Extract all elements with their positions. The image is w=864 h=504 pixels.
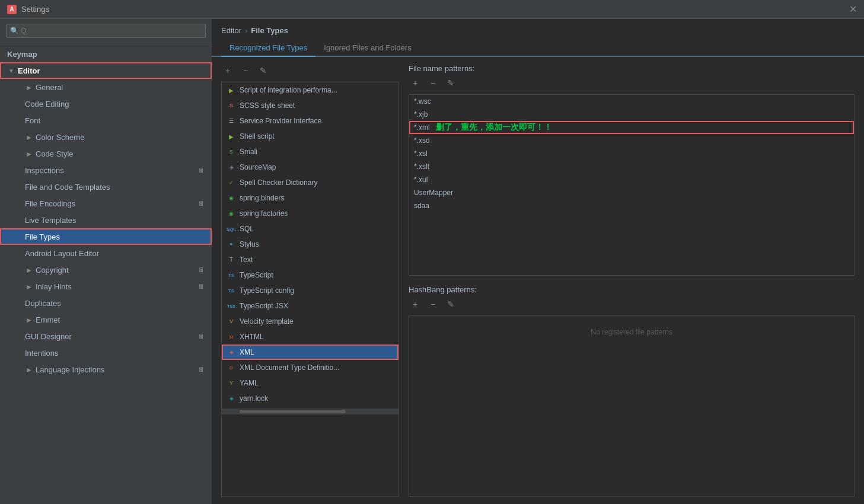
patterns-remove-button[interactable]: −	[426, 76, 439, 90]
sidebar-item-inspections[interactable]: Inspections 🖩	[0, 162, 212, 178]
copyright-badge: 🖩	[198, 266, 205, 273]
general-label: General	[36, 83, 63, 92]
breadcrumb-current: File Types	[251, 26, 288, 35]
sidebar-item-code-style[interactable]: ▶ Code Style	[0, 145, 212, 162]
file-icon-spring-binders: ◉	[227, 193, 236, 203]
sidebar-item-keymap[interactable]: Keymap	[0, 46, 212, 62]
tabs-bar: Recognized File Types Ignored Files and …	[212, 40, 864, 57]
code-style-label: Code Style	[36, 149, 74, 158]
file-item-xml[interactable]: ◈ XML	[222, 344, 398, 360]
file-item-sourcemap[interactable]: ◈ SourceMap	[222, 160, 398, 175]
pattern-wsc[interactable]: *.wsc	[409, 95, 854, 108]
file-item-scss[interactable]: S SCSS style sheet	[222, 98, 398, 113]
code-editing-label: Code Editing	[25, 100, 69, 109]
pattern-xsd[interactable]: *.xsd	[409, 134, 854, 147]
horizontal-scrollbar[interactable]	[222, 409, 398, 414]
sidebar-item-color-scheme[interactable]: ▶ Color Scheme	[0, 129, 212, 145]
file-item-xhtml[interactable]: H XHTML	[222, 329, 398, 344]
file-types-label: File Types	[25, 232, 60, 241]
file-item-shell-script[interactable]: ▶ Shell script	[222, 129, 398, 144]
sidebar-item-general[interactable]: ▶ General	[0, 79, 212, 95]
hashbang-edit-button[interactable]: ✎	[444, 298, 457, 311]
file-item-typescript-jsx[interactable]: TSX TypeScript JSX	[222, 298, 398, 314]
sidebar-item-gui-designer[interactable]: GUI Designer 🖩	[0, 328, 212, 344]
sidebar-item-file-types[interactable]: File Types	[0, 228, 212, 245]
tab-recognized[interactable]: Recognized File Types	[221, 40, 315, 57]
sidebar-item-intentions[interactable]: Intentions	[0, 344, 212, 361]
file-item-script-integration[interactable]: ▶ Script of integration performa...	[222, 82, 398, 98]
sidebar-item-android-layout-editor[interactable]: Android Layout Editor	[0, 245, 212, 261]
expand-arrow-copyright: ▶	[25, 266, 33, 274]
file-item-service-provider[interactable]: ☰ Service Provider Interface	[222, 113, 398, 129]
close-button[interactable]: ✕	[849, 4, 857, 15]
annotation-delete: 删了，重先，添加一次即可！！	[436, 122, 552, 133]
breadcrumb: Editor › File Types	[212, 19, 864, 40]
file-list-remove-button[interactable]: −	[239, 64, 252, 77]
editor-label: Editor	[18, 66, 40, 75]
font-label: Font	[25, 116, 40, 125]
pattern-sdaa[interactable]: sdaa	[409, 199, 854, 212]
file-item-xml-dtd[interactable]: D XML Document Type Definitio...	[222, 360, 398, 375]
sidebar-item-code-editing[interactable]: Code Editing	[0, 95, 212, 112]
sidebar-item-duplicates[interactable]: Duplicates	[0, 295, 212, 311]
file-icon-spring-factories: ◉	[227, 209, 236, 218]
pattern-xml[interactable]: *.xml 删了，重先，添加一次即可！！	[409, 121, 854, 134]
tab-ignored[interactable]: Ignored Files and Folders	[315, 40, 419, 57]
app-icon: A	[7, 5, 17, 14]
file-list-add-button[interactable]: +	[221, 64, 234, 77]
patterns-add-button[interactable]: +	[409, 76, 422, 90]
sidebar-item-live-templates[interactable]: Live Templates	[0, 212, 212, 228]
hashbang-add-button[interactable]: +	[409, 298, 422, 311]
file-item-yarn-lock[interactable]: ◈ yarn.lock	[222, 391, 398, 406]
file-code-templates-label: File and Code Templates	[25, 183, 110, 192]
sidebar-item-language-injections[interactable]: ▶ Language Injections 🖩	[0, 361, 212, 378]
hashbang-section: HashBang patterns: + − ✎ No registered f…	[409, 285, 855, 497]
sidebar-item-editor[interactable]: ▼ Editor	[0, 62, 212, 79]
file-item-sql[interactable]: SQL SQL	[222, 221, 398, 237]
breadcrumb-separator: ›	[245, 26, 247, 35]
pattern-xslt[interactable]: *.xslt	[409, 160, 854, 173]
file-item-typescript[interactable]: TS TypeScript	[222, 267, 398, 283]
file-item-spring-factories[interactable]: ◉ spring.factories	[222, 206, 398, 221]
file-item-text[interactable]: T Text	[222, 252, 398, 267]
file-list-edit-button[interactable]: ✎	[257, 64, 270, 77]
file-item-typescript-config[interactable]: TS TypeScript config	[222, 283, 398, 298]
file-item-stylus[interactable]: ✦ Stylus	[222, 237, 398, 252]
android-label: Android Layout Editor	[25, 249, 99, 258]
file-encodings-label: File Encodings	[25, 199, 75, 208]
inlay-hints-badge: 🖩	[198, 283, 205, 290]
sidebar-item-font[interactable]: Font	[0, 112, 212, 129]
sidebar-item-copyright[interactable]: ▶ Copyright 🖩	[0, 261, 212, 278]
sidebar: 🔍 Keymap ▼ Editor ▶ General Code Editing	[0, 19, 212, 504]
file-item-spring-binders[interactable]: ◉ spring.binders	[222, 190, 398, 206]
sidebar-item-emmet[interactable]: ▶ Emmet	[0, 311, 212, 328]
file-encodings-badge: 🖩	[198, 200, 205, 207]
expand-arrow-code-style: ▶	[25, 149, 33, 158]
content-area: + − ✎ ▶ Script of integration performa..…	[212, 57, 864, 504]
pattern-xul[interactable]: *.xul	[409, 173, 854, 186]
pattern-xjb[interactable]: *.xjb	[409, 108, 854, 121]
sidebar-search-container: 🔍	[0, 19, 212, 43]
sidebar-item-file-code-templates[interactable]: File and Code Templates	[0, 178, 212, 195]
file-name-patterns-title: File name patterns:	[409, 64, 855, 73]
sidebar-content: Keymap ▼ Editor ▶ General Code Editing F…	[0, 43, 212, 504]
color-scheme-label: Color Scheme	[36, 133, 84, 142]
patterns-list: *.wsc *.xjb *.xml 删了，重先，添加一次即可！！ *.xsd *…	[409, 94, 855, 276]
file-item-velocity[interactable]: V Velocity template	[222, 314, 398, 329]
expand-arrow-inlay: ▶	[25, 282, 33, 291]
patterns-toolbar: + − ✎	[409, 76, 855, 90]
file-icon-service: ☰	[227, 116, 236, 126]
file-icon-shell2: ▶	[227, 132, 236, 141]
file-item-yaml[interactable]: Y YAML	[222, 375, 398, 391]
sidebar-search-input[interactable]	[6, 24, 206, 38]
copyright-label: Copyright	[36, 266, 69, 275]
file-item-spell-checker[interactable]: ✓ Spell Checker Dictionary	[222, 175, 398, 190]
file-icon-sql: SQL	[227, 224, 236, 234]
pattern-xsl[interactable]: *.xsl	[409, 147, 854, 160]
file-item-smali[interactable]: S Smali	[222, 144, 398, 160]
sidebar-item-file-encodings[interactable]: File Encodings 🖩	[0, 195, 212, 212]
sidebar-item-inlay-hints[interactable]: ▶ Inlay Hints 🖩	[0, 278, 212, 295]
patterns-edit-button[interactable]: ✎	[444, 76, 457, 90]
hashbang-remove-button[interactable]: −	[426, 298, 439, 311]
pattern-usermapper[interactable]: UserMapper	[409, 186, 854, 199]
